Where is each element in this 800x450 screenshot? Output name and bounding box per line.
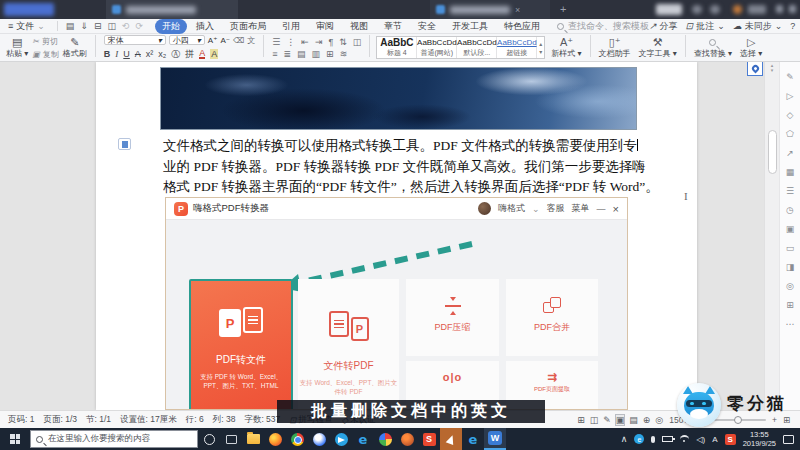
scroll-arrows[interactable]: ▴▾ <box>767 63 777 73</box>
phonetic-icon[interactable]: 文 <box>247 35 255 46</box>
wifi-icon[interactable] <box>680 435 689 444</box>
status-word-count[interactable]: 字数: 537 <box>244 414 280 426</box>
zoom-slider-knob[interactable] <box>734 416 742 424</box>
apps-grid-icon[interactable]: ⊞ <box>786 300 794 310</box>
distribute-icon[interactable]: ⊞ <box>326 49 334 59</box>
increase-indent-icon[interactable]: ⇥ <box>315 37 323 47</box>
zoom-slider[interactable] <box>708 419 766 421</box>
window-close-blurred[interactable] <box>789 5 796 13</box>
status-column[interactable]: 列: 38 <box>213 414 236 426</box>
window-minimize-blurred[interactable] <box>776 5 783 13</box>
grow-font-icon[interactable]: A⁺ <box>208 36 218 45</box>
tab-page-layout[interactable]: 页面布局 <box>223 19 273 34</box>
print-layout-view-icon[interactable]: ▣ <box>616 415 625 425</box>
bullet-list-icon[interactable]: ☰ <box>272 37 280 47</box>
save-icon[interactable]: ▤ <box>66 21 75 31</box>
fit-page-icon[interactable]: ⊞ <box>783 415 790 425</box>
shapes-icon[interactable]: ◇ <box>787 110 794 120</box>
document-tab-2[interactable]: × <box>430 0 550 19</box>
paste-options-floatie[interactable] <box>118 138 131 150</box>
tab-section[interactable]: 章节 <box>377 19 409 34</box>
paragraph-mark-icon[interactable]: ¶ <box>328 37 333 47</box>
card-pdf-to-file[interactable]: P PDF转文件 支持 PDF 转 Word、Excel、PPT、图片、TXT、… <box>189 279 293 410</box>
titlebar-control-blurred[interactable] <box>748 5 766 14</box>
sublime-button[interactable]: S <box>418 428 440 450</box>
customer-service-link[interactable]: 客服 <box>547 202 565 215</box>
titlebar-control-blurred[interactable] <box>656 4 682 15</box>
highlight-button[interactable]: A <box>210 49 218 59</box>
card-tool-icon[interactable]: ▭ <box>786 243 795 253</box>
document-paragraph[interactable]: 文件格式之间的转换可以使用格式转换工具。PDF 文件格式的转换需要使用到专 业的… <box>163 136 645 198</box>
font-color-button[interactable]: A <box>199 49 205 59</box>
speaker-icon[interactable]: ◁) <box>696 435 705 444</box>
style-normal-web[interactable]: AaBbCcDd 普通(网站) <box>417 37 457 58</box>
annotate-pen-icon[interactable]: ✎ <box>786 72 794 82</box>
export-share-icon[interactable]: ↗ <box>786 148 794 158</box>
font-size-select[interactable]: 小四▾ <box>169 35 205 45</box>
tab-review[interactable]: 审阅 <box>309 19 341 34</box>
numbered-list-icon[interactable]: ⋮ <box>286 37 295 47</box>
tray-browser-icon[interactable]: e <box>634 434 644 444</box>
redo-icon[interactable]: ⟳ <box>135 21 143 31</box>
action-center-icon[interactable] <box>783 435 794 444</box>
document-tab-1[interactable] <box>106 0 238 19</box>
tab-insert[interactable]: 插入 <box>189 19 221 34</box>
new-style-button[interactable]: A⁺ 新样式 ▾ <box>547 35 585 60</box>
text-tools-button[interactable]: ⚒ 文字工具 ▾ <box>635 35 681 60</box>
paste-button[interactable]: ▤ 粘贴 ▾ <box>2 36 32 59</box>
adjust-icon[interactable]: ☰ <box>786 186 794 196</box>
help-tool-icon[interactable]: ◎ <box>786 281 794 291</box>
decrease-indent-icon[interactable]: ⇤ <box>301 37 309 47</box>
file-menu[interactable]: ≡ 文件 ⌄ <box>0 20 53 33</box>
justify-icon[interactable]: ▥ <box>312 49 321 59</box>
italic-button[interactable]: I <box>115 49 118 59</box>
status-page-number[interactable]: 页码: 1 <box>8 414 34 426</box>
share-button[interactable]: ↗分享 <box>649 20 678 33</box>
strikethrough-button[interactable]: A <box>135 49 141 59</box>
titlebar-control-blurred[interactable] <box>710 5 720 14</box>
status-section[interactable]: 节: 1/1 <box>86 414 111 426</box>
comment-button[interactable]: ⊡批注⌄ <box>686 20 725 33</box>
align-left-icon[interactable]: ≡ <box>272 49 277 59</box>
status-setting[interactable]: 设置值: 17厘米 <box>120 414 177 426</box>
tab-security[interactable]: 安全 <box>411 19 443 34</box>
font-name-select[interactable]: 宋体▾ <box>104 35 166 45</box>
write-view-icon[interactable]: ✎ <box>603 415 611 425</box>
card-pdf-merge[interactable]: PDF合并 <box>506 279 598 356</box>
more-tools-icon[interactable]: ⋯ <box>786 319 795 329</box>
history-icon[interactable]: ◷ <box>786 205 794 215</box>
outline-view-icon[interactable]: ▤ <box>629 415 638 425</box>
wps-logo-blurred[interactable] <box>4 3 54 16</box>
cut-button[interactable]: ✂剪切 <box>32 36 59 47</box>
align-center-icon[interactable]: ≣ <box>284 49 292 59</box>
titlebar-control-blurred[interactable] <box>692 5 702 14</box>
help-button[interactable]: ? <box>790 21 795 31</box>
format-painter-button[interactable]: ✎ 格式刷 <box>59 36 91 59</box>
pinyin-button[interactable]: 拼 <box>185 48 194 61</box>
tab-dev-tools[interactable]: 开发工具 <box>445 19 495 34</box>
task-view-button[interactable] <box>220 428 242 450</box>
style-gallery-down-icon[interactable]: ▾ <box>539 48 542 55</box>
cortana-button[interactable] <box>198 428 220 450</box>
scrollbar-thumb[interactable] <box>768 130 777 174</box>
superscript-button[interactable]: x² <box>146 49 154 59</box>
find-replace-button[interactable]: 查找替换 ▾ <box>690 35 736 60</box>
picture-icon[interactable]: ◨ <box>786 262 795 272</box>
document-ocean-image[interactable] <box>160 67 637 130</box>
app-minimize-icon[interactable]: — <box>597 204 606 214</box>
close-tab-icon[interactable]: × <box>515 5 520 15</box>
card-pdf-compress[interactable]: PDF压缩 <box>406 279 499 356</box>
style-heading4[interactable]: AaBbC 标题 4 <box>377 37 417 58</box>
select-tool-icon[interactable]: ▷ <box>787 91 794 101</box>
quark-browser-button[interactable] <box>308 428 330 450</box>
table-tool-icon[interactable]: ▦ <box>786 167 795 177</box>
undo-icon[interactable]: ⟲ <box>122 21 130 31</box>
style-hyperlink[interactable]: AaBbCcDd 超链接 <box>497 37 537 58</box>
copy-button[interactable]: ▣复制 <box>32 49 59 60</box>
sogou-ime-icon[interactable]: S <box>725 434 736 445</box>
status-pages[interactable]: 页面: 1/3 <box>43 414 77 426</box>
sync-status-button[interactable]: ☁未同步⌄ <box>733 20 783 33</box>
new-tab-button[interactable]: + <box>560 3 566 15</box>
tab-home[interactable]: 开始 <box>155 19 187 34</box>
read-view-icon[interactable]: ◫ <box>590 415 599 425</box>
